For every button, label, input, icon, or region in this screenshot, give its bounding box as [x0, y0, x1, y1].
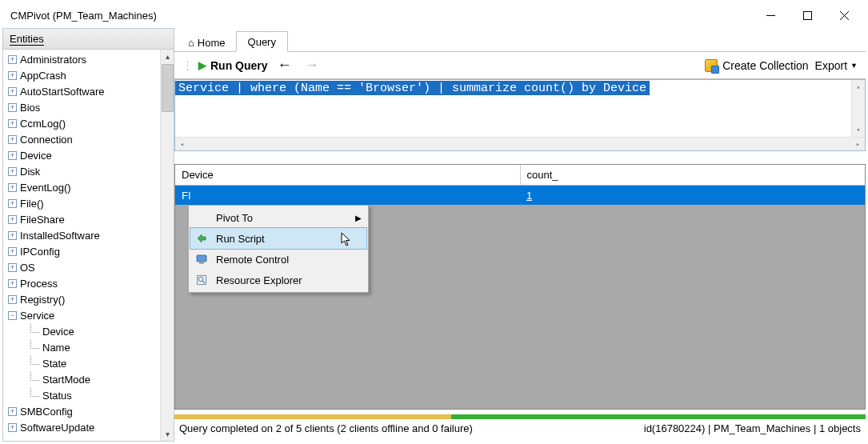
- expand-icon[interactable]: +: [8, 295, 17, 304]
- sidebar-scrollbar[interactable]: ▴ ▾: [160, 50, 174, 441]
- query-editor[interactable]: Service | where (Name == 'Browser') | su…: [174, 79, 866, 151]
- tree-item[interactable]: +Registry(): [6, 291, 160, 307]
- sidebar-header: Entities: [3, 29, 174, 50]
- expand-icon[interactable]: +: [8, 87, 17, 96]
- expand-icon[interactable]: +: [8, 71, 17, 80]
- create-collection-button[interactable]: Create Collection: [705, 59, 808, 72]
- tree-subitem[interactable]: Status: [29, 387, 160, 403]
- run-query-label: Run Query: [210, 59, 268, 72]
- forward-button[interactable]: →: [302, 57, 322, 74]
- expand-icon[interactable]: +: [8, 263, 17, 272]
- tree-subitem[interactable]: State: [29, 355, 160, 371]
- scroll-right-icon[interactable]: ▸: [851, 140, 865, 149]
- run-query-button[interactable]: ▶ Run Query: [198, 59, 268, 72]
- expand-icon[interactable]: +: [8, 167, 17, 176]
- expand-icon[interactable]: +: [8, 135, 17, 144]
- tree-subitem-label: StartMode: [42, 374, 90, 386]
- svg-rect-1: [803, 11, 811, 19]
- tree-item[interactable]: +EventLog(): [6, 179, 160, 195]
- tree-item[interactable]: +Device: [6, 147, 160, 163]
- export-button[interactable]: Export ▼: [815, 59, 858, 72]
- entities-tree[interactable]: +Administrators+AppCrash+AutoStartSoftwa…: [3, 50, 160, 441]
- tree-subitem[interactable]: Name: [29, 339, 160, 355]
- tree-item[interactable]: +File(): [6, 195, 160, 211]
- expand-icon[interactable]: +: [8, 183, 17, 192]
- tree-item-label: Service: [20, 310, 54, 322]
- tree-item[interactable]: +SoftwareUpdate: [6, 419, 160, 435]
- tree-item[interactable]: −Service: [6, 307, 160, 323]
- export-label: Export: [815, 59, 847, 72]
- home-icon: ⌂: [188, 37, 194, 49]
- remote-control-icon: [194, 254, 210, 265]
- tree-subitem[interactable]: StartMode: [29, 371, 160, 387]
- tree-item[interactable]: +Process: [6, 275, 160, 291]
- count-link[interactable]: 1: [526, 190, 532, 202]
- tree-item[interactable]: +Disk: [6, 163, 160, 179]
- tree-item[interactable]: +CcmLog(): [6, 115, 160, 131]
- cell-device: FI: [175, 187, 520, 204]
- results-grid: Device count_ FI 1 Pivot To ▶: [174, 164, 866, 410]
- expand-icon[interactable]: +: [8, 407, 17, 416]
- tree-item-label: SMBConfig: [20, 406, 73, 418]
- menu-run-script[interactable]: Run Script: [190, 228, 366, 249]
- expand-icon[interactable]: +: [8, 231, 17, 240]
- toolbar: ⋮ ▶ Run Query ← → Create Collection Expo…: [174, 52, 866, 79]
- expand-icon[interactable]: +: [8, 215, 17, 224]
- scroll-up-icon[interactable]: ▴: [161, 50, 174, 63]
- scroll-up-icon[interactable]: ▴: [852, 80, 865, 94]
- play-icon: ▶: [198, 59, 206, 71]
- menu-remote-control-label: Remote Control: [216, 254, 355, 266]
- entities-sidebar: Entities +Administrators+AppCrash+AutoSt…: [2, 28, 174, 442]
- minimize-button[interactable]: [752, 2, 789, 28]
- expand-icon[interactable]: +: [8, 199, 17, 208]
- tree-subitem-label: Device: [42, 326, 74, 338]
- scroll-down-icon[interactable]: ▾: [852, 123, 865, 137]
- scroll-down-icon[interactable]: ▾: [161, 427, 174, 441]
- scroll-left-icon[interactable]: ◂: [175, 140, 189, 149]
- close-button[interactable]: [826, 2, 862, 28]
- scroll-thumb[interactable]: [162, 64, 174, 112]
- tree-item[interactable]: +FileShare: [6, 211, 160, 227]
- table-row[interactable]: FI 1: [175, 186, 865, 205]
- expand-icon[interactable]: +: [8, 119, 17, 128]
- progress-bar: [174, 414, 866, 419]
- expand-icon[interactable]: +: [8, 279, 17, 288]
- expand-icon[interactable]: +: [8, 423, 17, 432]
- resource-explorer-icon: [194, 274, 210, 286]
- menu-pivot-to[interactable]: Pivot To ▶: [190, 207, 366, 228]
- editor-vscrollbar[interactable]: ▴ ▾: [851, 80, 865, 137]
- svg-rect-4: [197, 255, 206, 262]
- menu-resource-explorer-label: Resource Explorer: [216, 274, 355, 286]
- column-header-device[interactable]: Device: [175, 165, 521, 185]
- editor-hscrollbar[interactable]: ◂ ▸: [175, 137, 865, 150]
- maximize-button[interactable]: [789, 2, 826, 28]
- tree-item-label: Device: [20, 150, 52, 162]
- tree-item[interactable]: +SMBConfig: [6, 403, 160, 419]
- home-tab[interactable]: ⌂ Home: [179, 32, 234, 52]
- main-area: ⌂ Home Query ⋮ ▶ Run Query ← → Create: [174, 28, 866, 442]
- column-header-count[interactable]: count_: [521, 165, 866, 185]
- tab-strip: ⌂ Home Query: [174, 28, 866, 52]
- collapse-icon[interactable]: −: [8, 311, 17, 320]
- tree-item-label: Bios: [20, 102, 40, 114]
- tree-item[interactable]: +InstalledSoftware: [6, 227, 160, 243]
- tree-item[interactable]: +Administrators: [6, 51, 160, 67]
- back-button[interactable]: ←: [274, 57, 295, 74]
- menu-remote-control[interactable]: Remote Control: [190, 249, 366, 270]
- status-details: id(16780224) | PM_Team_Machines | 1 obje…: [644, 422, 861, 434]
- tree-item[interactable]: +Bios: [6, 99, 160, 115]
- tree-subitem[interactable]: Device: [29, 323, 160, 339]
- tree-item[interactable]: +IPConfig: [6, 243, 160, 259]
- expand-icon[interactable]: +: [8, 103, 17, 112]
- expand-icon[interactable]: +: [8, 247, 17, 256]
- create-collection-icon: [705, 59, 718, 72]
- tree-item[interactable]: +AutoStartSoftware: [6, 83, 160, 99]
- tree-item[interactable]: +OS: [6, 259, 160, 275]
- query-tab[interactable]: Query: [236, 31, 288, 52]
- expand-icon[interactable]: +: [8, 151, 17, 160]
- tree-item[interactable]: +Connection: [6, 131, 160, 147]
- tree-subitem-label: Name: [42, 342, 70, 354]
- expand-icon[interactable]: +: [8, 55, 17, 64]
- tree-item[interactable]: +AppCrash: [6, 67, 160, 83]
- menu-resource-explorer[interactable]: Resource Explorer: [190, 270, 366, 290]
